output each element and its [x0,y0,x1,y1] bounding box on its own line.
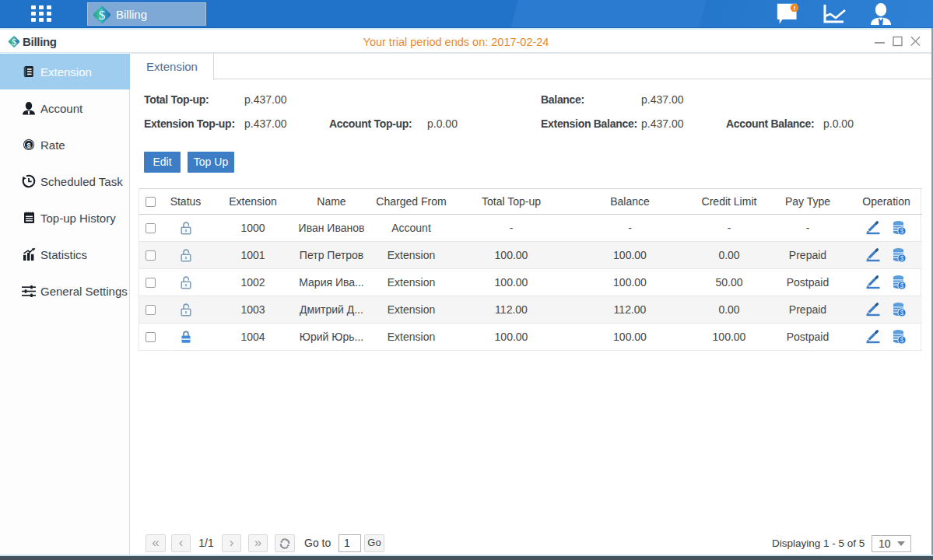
svg-text:$: $ [900,254,904,262]
svg-text:$: $ [900,227,904,235]
svg-text:$: $ [12,37,16,47]
svg-text:!: ! [794,5,796,12]
svg-text:$: $ [900,309,904,317]
svg-text:$: $ [26,141,31,149]
svg-text:$: $ [900,282,904,289]
svg-text:$: $ [900,336,904,344]
svg-text:$: $ [99,8,106,23]
